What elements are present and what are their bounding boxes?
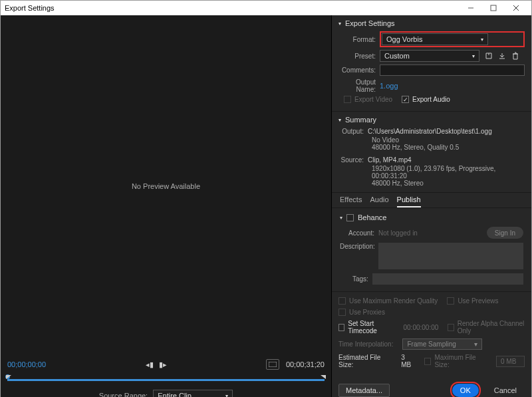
use-proxies-checkbox: Use Proxies (338, 309, 385, 316)
chevron-down-icon: ▾ (225, 393, 228, 398)
import-preset-button[interactable] (497, 51, 507, 61)
minimize-button[interactable] (460, 1, 482, 15)
tags-label: Tags: (340, 275, 372, 283)
behance-label: Behance (358, 213, 386, 221)
format-highlight: Ogg Vorbis ▾ (380, 31, 525, 47)
svg-rect-1 (491, 5, 496, 11)
est-size-label: Estimated File Size: (338, 354, 392, 368)
render-options: Use Maximum Render Quality Use Previews … (332, 291, 531, 378)
save-preset-button[interactable] (483, 51, 494, 61)
timecode-out[interactable]: 00;00;31;20 (286, 360, 325, 368)
settings-tabs: Effects Audio Publish (332, 193, 531, 208)
render-alpha-checkbox: Render Alpha Channel Only (448, 320, 525, 334)
tags-input[interactable] (372, 273, 523, 285)
tab-audio[interactable]: Audio (370, 196, 388, 207)
set-start-timecode-checkbox[interactable]: Set Start Timecode (338, 320, 394, 334)
description-label: Description: (340, 243, 378, 250)
window-title: Export Settings (5, 4, 55, 12)
source-range-dropdown[interactable]: Entire Clip ▾ (153, 390, 233, 397)
source-range-value: Entire Clip (158, 392, 192, 397)
delete-preset-button[interactable] (510, 51, 521, 61)
tab-effects[interactable]: Effects (340, 196, 362, 207)
signin-button[interactable]: Sign In (487, 227, 523, 239)
twisty-icon[interactable]: ▾ (338, 21, 341, 27)
summary-output-path: C:\Users\Administrator\Desktop\test\1.og… (368, 128, 525, 135)
publish-panel: ▾ Behance Account: Not logged in Sign In… (332, 208, 531, 291)
export-audio-checkbox[interactable]: ✓ Export Audio (402, 96, 450, 103)
titlebar: Export Settings (1, 1, 531, 15)
format-dropdown[interactable]: Ogg Vorbis ▾ (382, 33, 488, 45)
maximize-icon (490, 5, 497, 11)
account-value: Not logged in (378, 229, 487, 237)
time-interp-value: Frame Sampling (407, 340, 456, 348)
twisty-icon[interactable]: ▾ (340, 215, 342, 221)
est-size-value: 3 MB (401, 354, 415, 368)
timeline[interactable] (7, 375, 325, 384)
in-handle-icon[interactable] (6, 375, 11, 379)
output-name-label: Output Name: (338, 78, 380, 93)
chevron-down-icon: ▾ (474, 340, 477, 348)
ok-button[interactable]: OK (452, 384, 479, 397)
use-previews-checkbox: Use Previews (447, 297, 498, 305)
summary-output-label: Output: (338, 128, 368, 135)
no-preview-label: No Preview Available (132, 182, 200, 190)
chevron-down-icon: ▾ (472, 53, 475, 59)
dialog-footer: Metadata... OK Cancel (332, 378, 531, 397)
format-label: Format: (338, 36, 380, 43)
summary-source-label: Source: (338, 156, 368, 164)
tab-publish[interactable]: Publish (397, 196, 421, 207)
comments-label: Comments: (338, 66, 380, 74)
summary-output-line3: 48000 Hz, Stereo, Quality 0.5 (372, 144, 525, 151)
format-value: Ogg Vorbis (386, 35, 422, 43)
chevron-down-icon: ▾ (481, 37, 483, 43)
transport-bar: 00;00;00;00 ◂▮ ▮▸ 00;00;31;20 (1, 356, 331, 397)
preset-label: Preset: (338, 53, 380, 60)
svg-rect-4 (269, 362, 277, 367)
minimize-icon (467, 5, 474, 11)
checkbox-icon (344, 96, 351, 103)
time-interp-dropdown: Frame Sampling ▾ (402, 338, 482, 350)
twisty-icon[interactable]: ▾ (338, 117, 341, 123)
export-settings-heading: Export Settings (345, 19, 395, 27)
summary-source-line3: 48000 Hz, Stereo (372, 180, 525, 187)
checkbox-checked-icon: ✓ (402, 96, 409, 103)
maximize-button[interactable] (482, 1, 505, 15)
summary-section: ▾ Summary Output: C:\Users\Administrator… (332, 112, 531, 193)
max-size-checkbox: Maximum File Size: (424, 354, 487, 368)
summary-heading: Summary (345, 116, 376, 124)
cancel-button[interactable]: Cancel (486, 384, 525, 397)
close-icon (513, 5, 519, 11)
preset-value: Custom (384, 52, 410, 60)
max-size-input: 0 MB (496, 356, 525, 367)
output-name-link[interactable]: 1.ogg (380, 82, 398, 90)
summary-source-clip: Clip, MP4.mp4 (368, 156, 525, 164)
comments-input[interactable] (380, 65, 525, 76)
behance-checkbox[interactable] (346, 214, 354, 221)
preview-area: No Preview Available (1, 15, 331, 356)
settings-panel: ▾ Export Settings Format: Ogg Vorbis ▾ P… (332, 15, 531, 397)
summary-source-line2: 1920x1080 (1.0), 23.976 fps, Progressive… (372, 165, 525, 180)
aspect-icon (269, 362, 277, 367)
description-input[interactable] (378, 243, 523, 269)
next-marker-icon[interactable]: ▮▸ (159, 360, 167, 369)
preview-panel: No Preview Available 00;00;00;00 ◂▮ ▮▸ 0… (1, 15, 332, 397)
start-timecode-value[interactable]: 00:00:00:00 (404, 324, 439, 331)
prev-marker-icon[interactable]: ◂▮ (146, 360, 154, 369)
close-button[interactable] (505, 1, 527, 15)
export-settings-window: Export Settings No Preview Available 00;… (0, 0, 532, 397)
use-max-render-quality-checkbox: Use Maximum Render Quality (338, 297, 438, 305)
summary-output-line2: No Video (372, 136, 525, 144)
timecode-in[interactable]: 00;00;00;00 (7, 360, 46, 368)
aspect-fit-button[interactable] (266, 359, 279, 370)
export-video-label: Export Video (354, 96, 392, 103)
time-interp-label: Time Interpolation: (338, 340, 393, 348)
metadata-button[interactable]: Metadata... (338, 384, 390, 397)
export-video-checkbox: Export Video (344, 96, 392, 103)
account-label: Account: (340, 229, 378, 237)
source-range-label: Source Range: (99, 392, 148, 397)
ok-highlight: OK (450, 382, 481, 397)
export-settings-section: ▾ Export Settings Format: Ogg Vorbis ▾ P… (332, 15, 531, 112)
export-audio-label: Export Audio (412, 96, 450, 103)
out-handle-icon[interactable] (321, 375, 326, 379)
preset-dropdown[interactable]: Custom ▾ (380, 50, 479, 62)
